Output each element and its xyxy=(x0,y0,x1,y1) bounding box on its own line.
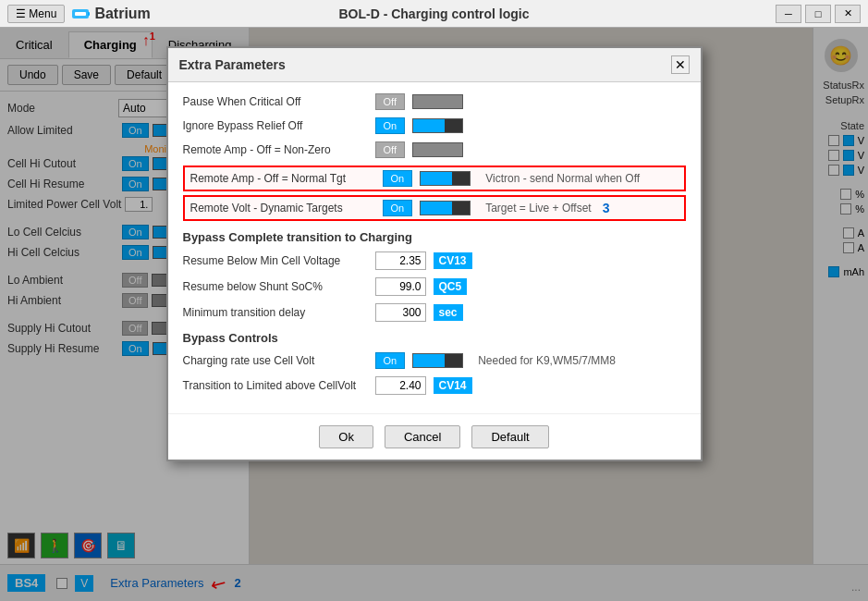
transition-limited-badge: CV14 xyxy=(434,377,472,394)
menu-label: Menu xyxy=(29,7,56,20)
modal-row-remote-amp-nonzero: Remote Amp - Off = Non-Zero Off xyxy=(183,141,686,158)
charging-rate-toggle[interactable]: On xyxy=(375,352,406,369)
resume-min-cell-badge: CV13 xyxy=(434,252,472,269)
remote-volt-desc: Target = Live + Offset xyxy=(485,202,592,215)
resume-min-cell-label: Resume Below Min Cell Voltage xyxy=(183,254,368,267)
modal-title: Extra Parameters xyxy=(179,57,286,72)
title-bar: ☰ Menu Batrium BOL-D - Charging control … xyxy=(0,0,868,28)
ok-button[interactable]: Ok xyxy=(319,425,373,448)
remote-amp-normal-label: Remote Amp - Off = Normal Tgt xyxy=(190,172,375,185)
remote-amp-normal-desc: Victron - send Normal when Off xyxy=(485,172,640,185)
cancel-button[interactable]: Cancel xyxy=(385,425,460,448)
modal-row-transition-limited: Transition to Limited above CellVolt CV1… xyxy=(183,376,686,395)
remote-amp-nonzero-label: Remote Amp - Off = Non-Zero xyxy=(183,143,368,156)
maximize-button[interactable]: □ xyxy=(805,5,831,23)
logo-area: Batrium xyxy=(70,4,150,24)
bypass-controls-heading: Bypass Controls xyxy=(183,331,686,345)
min-delay-input[interactable] xyxy=(375,303,426,322)
transition-limited-input[interactable] xyxy=(375,376,426,395)
modal-footer: Ok Cancel Default xyxy=(168,413,701,460)
charging-rate-desc: Needed for K9,WM5/7/MM8 xyxy=(478,354,616,367)
minimize-button[interactable]: ─ xyxy=(776,5,801,23)
hamburger-icon: ☰ xyxy=(16,7,26,20)
charging-rate-slider[interactable] xyxy=(412,353,463,368)
resume-shunt-badge: QC5 xyxy=(434,278,468,295)
modal-row-pause-critical: Pause When Critical Off Off xyxy=(183,93,686,110)
resume-shunt-input[interactable] xyxy=(375,277,426,296)
close-button[interactable]: ✕ xyxy=(835,5,861,23)
modal-row-remote-volt: Remote Volt - Dynamic Targets On Target … xyxy=(183,195,686,221)
menu-button[interactable]: ☰ Menu xyxy=(7,5,65,23)
modal-close-button[interactable]: ✕ xyxy=(671,55,690,74)
remote-volt-toggle[interactable]: On xyxy=(383,200,413,216)
window-title: BOL-D - Charging control logic xyxy=(338,6,529,21)
modal-row-resume-shunt: Resume below Shunt SoC% QC5 xyxy=(183,277,686,296)
annot-3: 3 xyxy=(603,201,610,215)
svg-rect-2 xyxy=(88,12,90,16)
bypass-section-heading: Bypass Complete transition to Charging xyxy=(183,230,686,244)
ignore-bypass-slider[interactable] xyxy=(412,118,463,133)
logo-text: Batrium xyxy=(94,6,150,22)
modal-overlay: Extra Parameters ✕ Pause When Critical O… xyxy=(0,28,868,601)
modal-body: Pause When Critical Off Off Ignore Bypas… xyxy=(168,82,701,413)
ignore-bypass-toggle[interactable]: On xyxy=(375,117,406,134)
ignore-bypass-label: Ignore Bypass Relief Off xyxy=(183,119,368,132)
remote-amp-normal-toggle[interactable]: On xyxy=(383,170,413,187)
modal-row-min-delay: Minimum transition delay sec xyxy=(183,303,686,322)
resume-shunt-label: Resume below Shunt SoC% xyxy=(183,280,368,293)
pause-critical-slider[interactable] xyxy=(412,94,463,109)
remote-volt-slider[interactable] xyxy=(420,201,471,215)
modal-row-resume-min-cell: Resume Below Min Cell Voltage CV13 xyxy=(183,251,686,270)
svg-rect-1 xyxy=(75,12,86,16)
remote-amp-nonzero-slider[interactable] xyxy=(412,142,463,157)
remote-amp-nonzero-toggle[interactable]: Off xyxy=(375,141,405,158)
title-bar-left: ☰ Menu Batrium xyxy=(7,4,151,24)
min-delay-badge: sec xyxy=(434,304,463,321)
modal-header: Extra Parameters ✕ xyxy=(168,48,701,82)
batrium-logo-icon xyxy=(70,4,91,24)
modal-default-button[interactable]: Default xyxy=(471,425,548,448)
extra-params-modal: Extra Parameters ✕ Pause When Critical O… xyxy=(166,46,703,461)
modal-row-remote-amp-normal: Remote Amp - Off = Normal Tgt On Victron… xyxy=(183,166,686,191)
modal-row-ignore-bypass: Ignore Bypass Relief Off On xyxy=(183,117,686,134)
remote-amp-normal-slider[interactable] xyxy=(420,171,471,186)
modal-row-charging-rate: Charging rate use Cell Volt On Needed fo… xyxy=(183,352,686,369)
transition-limited-label: Transition to Limited above CellVolt xyxy=(183,379,368,392)
window-controls: ─ □ ✕ xyxy=(776,5,861,23)
pause-critical-label: Pause When Critical Off xyxy=(183,95,368,108)
charging-rate-label: Charging rate use Cell Volt xyxy=(183,354,368,367)
remote-volt-label: Remote Volt - Dynamic Targets xyxy=(190,202,375,215)
resume-min-cell-input[interactable] xyxy=(375,251,426,270)
min-delay-label: Minimum transition delay xyxy=(183,306,368,319)
pause-critical-toggle[interactable]: Off xyxy=(375,93,405,110)
